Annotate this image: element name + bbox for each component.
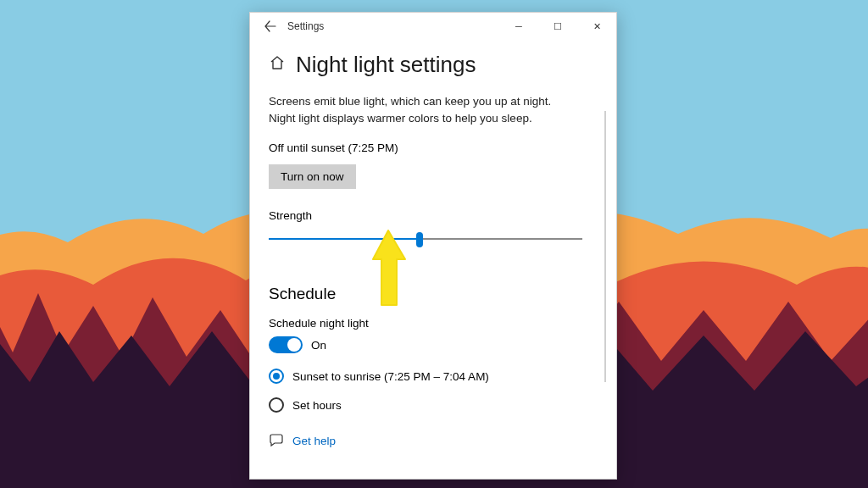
desktop-wallpaper: Settings ─ ☐ ✕ Night light settings Scre… (0, 0, 868, 488)
get-help-link[interactable]: Get help (269, 433, 608, 448)
title-bar[interactable]: Settings ─ ☐ ✕ (250, 13, 616, 40)
toggle-knob (287, 338, 301, 352)
get-help-text: Get help (292, 435, 336, 447)
schedule-heading: Schedule (269, 285, 608, 303)
maximize-button[interactable]: ☐ (538, 13, 577, 40)
strength-label: Strength (269, 209, 608, 222)
schedule-toggle[interactable] (269, 336, 303, 353)
home-icon[interactable] (269, 54, 286, 75)
close-icon: ✕ (593, 21, 601, 32)
radio-label: Set hours (292, 399, 342, 412)
close-button[interactable]: ✕ (577, 13, 616, 40)
toggle-state-text: On (311, 339, 326, 352)
window-content: Night light settings Screens emit blue l… (269, 47, 608, 479)
slider-track-filled (269, 238, 420, 240)
radio-set-hours[interactable]: Set hours (269, 397, 608, 413)
radio-icon (269, 369, 284, 384)
page-description: Screens emit blue light, which can keep … (269, 93, 574, 126)
turn-on-now-button[interactable]: Turn on now (269, 164, 356, 189)
chat-help-icon (269, 433, 284, 448)
settings-window: Settings ─ ☐ ✕ Night light settings Scre… (249, 12, 617, 480)
strength-slider[interactable] (269, 229, 582, 249)
radio-sunset-to-sunrise[interactable]: Sunset to sunrise (7:25 PM – 7:04 AM) (269, 369, 608, 384)
night-light-status: Off until sunset (7:25 PM) (269, 141, 608, 154)
radio-label: Sunset to sunrise (7:25 PM – 7:04 AM) (292, 370, 489, 383)
minimize-icon: ─ (515, 21, 522, 31)
page-title: Night light settings (296, 52, 476, 78)
slider-thumb[interactable] (416, 232, 423, 247)
vertical-scrollbar[interactable] (604, 111, 606, 382)
maximize-icon: ☐ (554, 21, 562, 32)
slider-track-empty (420, 238, 582, 240)
schedule-toggle-label: Schedule night light (269, 317, 608, 330)
radio-icon (269, 397, 284, 413)
back-button[interactable] (257, 13, 284, 40)
minimize-button[interactable]: ─ (499, 13, 538, 40)
app-title: Settings (284, 20, 324, 32)
